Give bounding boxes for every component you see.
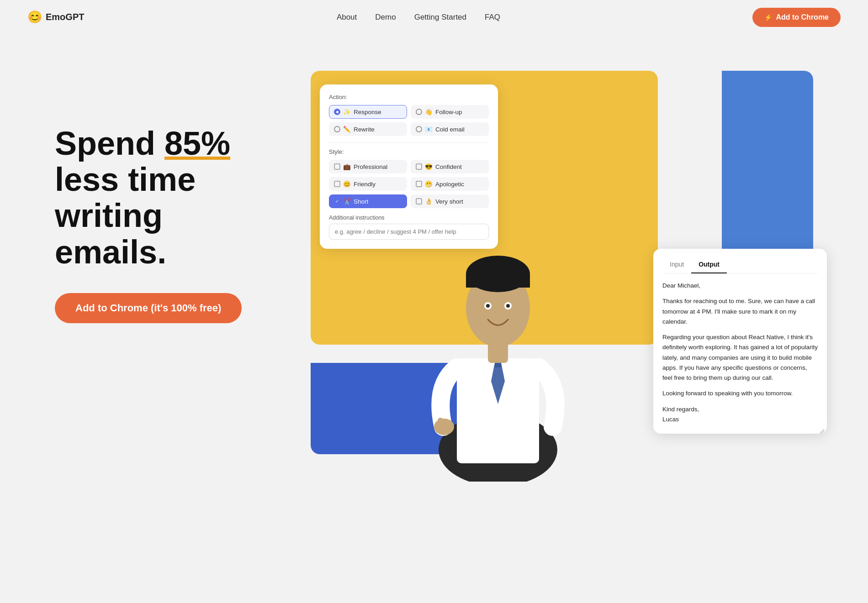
radio-cold-email-emoji: 📧: [425, 126, 433, 133]
radio-rewrite-circle: [334, 126, 340, 132]
checkbox-professional-box: [334, 163, 340, 170]
nav-links: About Demo Getting Started FAQ: [337, 13, 500, 22]
checkbox-very-short-box: [416, 198, 422, 204]
divider: [329, 142, 489, 143]
tab-output[interactable]: Output: [691, 258, 727, 273]
hero-left: Spend 85% less time writing emails. Add …: [55, 71, 283, 323]
action-label: Action:: [329, 94, 489, 100]
hero-title-highlight: 85%: [164, 125, 230, 162]
style-label: Style:: [329, 148, 489, 155]
checkbox-confident-emoji: 😎: [425, 163, 433, 170]
checkbox-friendly[interactable]: 😊 Friendly: [329, 177, 407, 191]
checkbox-very-short-emoji: 👌: [425, 198, 433, 205]
checkbox-confident-label: Confident: [435, 163, 462, 170]
checkbox-professional[interactable]: 💼 Professional: [329, 160, 407, 173]
checkbox-short-box: ✓: [334, 198, 340, 204]
logo[interactable]: 😊 EmoGPT: [27, 10, 84, 24]
nav-about[interactable]: About: [337, 13, 357, 22]
checkbox-very-short[interactable]: 👌 Very short: [411, 194, 489, 208]
radio-follow-up-label: Follow-up: [435, 109, 462, 115]
brand-name: EmoGPT: [46, 12, 84, 22]
checkbox-apologetic-emoji: 😬: [425, 180, 433, 188]
output-panel: Input Output Dear Michael, Thanks for re…: [653, 249, 827, 434]
checkbox-apologetic-box: [416, 181, 422, 187]
action-radio-grid: ✨ Response 👋 Follow-up ✏️ Rewrite: [329, 105, 489, 136]
checkbox-friendly-box: [334, 181, 340, 187]
radio-response[interactable]: ✨ Response: [329, 105, 407, 119]
nav-demo[interactable]: Demo: [375, 13, 396, 22]
checkbox-professional-label: Professional: [354, 163, 387, 170]
additional-instructions-input[interactable]: [329, 224, 489, 240]
tab-input[interactable]: Input: [662, 258, 691, 273]
hero-title-part2: less time writing emails.: [55, 161, 196, 270]
radio-rewrite-emoji: ✏️: [343, 126, 351, 133]
checkbox-short[interactable]: ✓ ✂️ Short: [329, 194, 407, 208]
checkbox-friendly-emoji: 😊: [343, 180, 351, 188]
bolt-icon: ⚡: [764, 14, 772, 21]
nav-getting-started[interactable]: Getting Started: [414, 13, 466, 22]
navbar: 😊 EmoGPT About Demo Getting Started FAQ …: [0, 0, 868, 34]
add-to-chrome-button[interactable]: ⚡ Add to Chrome: [752, 8, 841, 27]
svg-rect-7: [466, 274, 530, 288]
radio-cold-email-label: Cold email: [435, 126, 465, 133]
svg-point-11: [506, 304, 510, 308]
radio-response-circle: [334, 109, 340, 115]
output-para1: Thanks for reaching out to me. Sure, we …: [662, 296, 818, 327]
logo-emoji: 😊: [27, 10, 42, 24]
checkbox-confident[interactable]: 😎 Confident: [411, 160, 489, 173]
additional-instructions-label: Additional instructions: [329, 215, 489, 221]
output-text-content: Dear Michael, Thanks for reaching out to…: [662, 281, 818, 425]
radio-response-emoji: ✨: [343, 108, 351, 115]
checkbox-short-label: Short: [354, 198, 368, 205]
radio-response-label: Response: [354, 109, 381, 115]
resize-handle[interactable]: [818, 425, 824, 431]
add-to-chrome-label: Add to Chrome: [776, 13, 829, 21]
output-sign-off-text: Kind regards,: [662, 406, 699, 413]
svg-point-10: [486, 304, 490, 308]
hero-title-part1: Spend: [55, 125, 164, 162]
radio-rewrite-label: Rewrite: [354, 126, 375, 133]
hero-right: Action: ✨ Response 👋 Follow-up ✏️: [311, 71, 813, 482]
hero-title: Spend 85% less time writing emails.: [55, 126, 283, 270]
output-tabs: Input Output: [662, 258, 818, 273]
output-para2: Regarding your question about React Nati…: [662, 332, 818, 383]
checkbox-professional-emoji: 💼: [343, 163, 351, 170]
nav-faq[interactable]: FAQ: [485, 13, 500, 22]
svg-rect-13: [438, 418, 443, 429]
checkbox-apologetic-label: Apologetic: [435, 181, 464, 188]
checkbox-friendly-label: Friendly: [354, 181, 376, 188]
radio-cold-email-circle: [416, 126, 422, 132]
radio-follow-up-circle: [416, 109, 422, 115]
checkbox-short-emoji: ✂️: [343, 198, 351, 205]
output-sender-name: Lucas: [662, 416, 679, 423]
svg-point-12: [434, 419, 454, 435]
radio-follow-up[interactable]: 👋 Follow-up: [411, 105, 489, 119]
output-sign-off: Kind regards, Lucas: [662, 404, 818, 425]
output-greeting: Dear Michael,: [662, 281, 818, 291]
output-para3: Looking forward to speaking with you tom…: [662, 388, 818, 399]
checkbox-confident-box: [416, 163, 422, 170]
radio-cold-email[interactable]: 📧 Cold email: [411, 122, 489, 136]
checkbox-apologetic[interactable]: 😬 Apologetic: [411, 177, 489, 191]
action-panel: Action: ✨ Response 👋 Follow-up ✏️: [320, 84, 498, 249]
hero-section: Spend 85% less time writing emails. Add …: [0, 34, 868, 603]
style-checkbox-grid: 💼 Professional 😎 Confident 😊 Friendly: [329, 160, 489, 208]
radio-follow-up-emoji: 👋: [425, 108, 433, 115]
hero-cta-button[interactable]: Add to Chrome (it's 100% free): [55, 293, 242, 323]
radio-rewrite[interactable]: ✏️ Rewrite: [329, 122, 407, 136]
checkbox-very-short-label: Very short: [435, 198, 463, 205]
